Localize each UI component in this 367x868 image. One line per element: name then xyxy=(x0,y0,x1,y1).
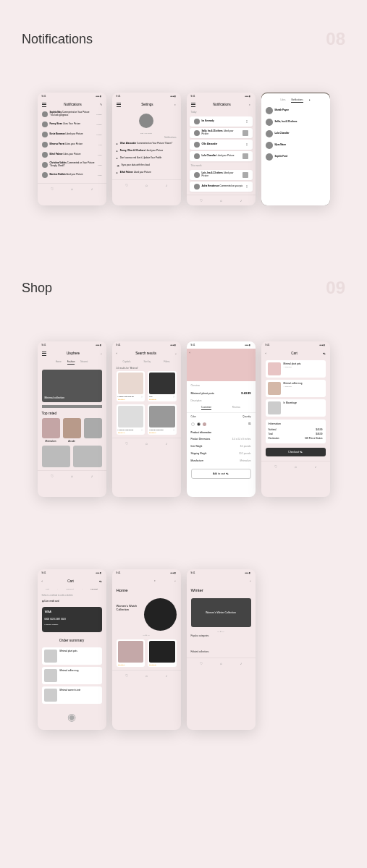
section-title: Notifications xyxy=(22,32,93,47)
summary-item: Minimal women's tote xyxy=(42,686,102,704)
bell-icon[interactable]: ☼ xyxy=(248,103,250,106)
hero-banner[interactable]: Minimal collection xyxy=(42,370,102,402)
filter-sort[interactable]: Sort by xyxy=(144,360,151,363)
notification-item[interactable]: Essie Bowman Liked your Picture8 mins xyxy=(38,129,106,140)
compose-icon[interactable]: ✎ xyxy=(100,103,102,106)
tab-home[interactable]: Home xyxy=(56,360,62,365)
home-hero[interactable]: Women's Watch Collection xyxy=(112,595,181,634)
user-item[interactable]: Mariah Payne xyxy=(261,105,330,116)
tab-newest[interactable]: Newest xyxy=(80,360,88,365)
notification-item[interactable]: Minerva Parret Likes your Picture1 hr xyxy=(38,140,106,150)
use-credit-card-radio[interactable]: ◉ Use credit card xyxy=(38,598,106,604)
profile-avatar[interactable] xyxy=(139,114,153,128)
result-count: 24 results for "Minimal" xyxy=(112,365,181,371)
phone-shop-home: 9:41●●● ▮ Uisphere⌕ HomeFashionNewest Mi… xyxy=(38,341,106,497)
filter-filters[interactable]: Filters xyxy=(164,360,169,363)
tab-notifications[interactable]: Notifications xyxy=(291,98,303,103)
user-item[interactable]: Lula Chandler xyxy=(261,128,330,140)
settings-item[interactable]: ●Olive Alexander Commented on Your Pictu… xyxy=(112,140,181,148)
user-item[interactable]: Myra Mann xyxy=(261,140,330,151)
tab-likes[interactable]: Likes xyxy=(280,98,285,103)
notification-item[interactable]: Sophia May Commented on Your Picture "Yo… xyxy=(38,109,106,119)
screen-title: Notifications xyxy=(46,103,100,106)
color-white[interactable] xyxy=(191,422,195,426)
heart-icon[interactable]: ♡ xyxy=(51,187,54,191)
settings-item[interactable]: ●Ethel Palmer Liked your Picture xyxy=(112,169,181,176)
product-hero-image[interactable]: ‹ xyxy=(187,349,256,381)
search-icon[interactable]: ⌕ xyxy=(250,579,251,582)
watch-image xyxy=(144,598,177,631)
product-card[interactable]: ★★★★★ xyxy=(148,639,177,667)
search-icon[interactable]: ⌕ xyxy=(174,579,176,582)
color-black[interactable] xyxy=(197,422,201,426)
search-icon[interactable]: ⌕ xyxy=(175,352,177,355)
category-item[interactable]: Arcade xyxy=(63,418,81,443)
settings-item[interactable]: ●Fanny, Olive & 33 others Liked your Pic… xyxy=(112,148,181,155)
notification-card[interactable]: Adria Henderson Commented on your pic⋮ xyxy=(190,182,253,192)
bell-icon[interactable]: ☼ xyxy=(153,579,156,582)
notification-card[interactable]: Sally, Ira & 25 others Liked your Pictur… xyxy=(190,128,253,138)
step-cart[interactable]: Cart xyxy=(46,588,49,590)
user-item[interactable]: Sophie Ford xyxy=(261,151,330,163)
winter-heading: Winter xyxy=(187,585,256,595)
tab-customize[interactable]: Customize xyxy=(201,406,211,410)
filter-capitals[interactable]: Capitals xyxy=(123,360,131,363)
notification-item[interactable]: Fanny Siven Likes Your Picture3 mins xyxy=(38,119,106,129)
winter-hero[interactable]: Women's Winter Collection xyxy=(191,598,251,627)
product-card[interactable]: Lilla♡★★★★★ xyxy=(148,371,177,401)
favorite-icon[interactable]: ♡ xyxy=(141,396,143,399)
product-card[interactable]: Hanger with lace 50♡★★★★☆ xyxy=(117,371,145,401)
category-item[interactable] xyxy=(84,418,102,443)
credit-card[interactable]: VISA 0000 9223 2387 0923 Hannah Wheeler xyxy=(42,607,102,632)
checkout-button[interactable]: Checkout 🛍 xyxy=(266,448,326,456)
order-summary-heading: Order summary xyxy=(38,635,106,645)
heart-icon[interactable]: ♡ xyxy=(125,183,128,187)
product-card[interactable]: ★★★★☆ xyxy=(117,639,145,667)
grid-item[interactable] xyxy=(73,446,102,467)
step-checkout[interactable]: Checkout xyxy=(66,588,74,590)
cart-item[interactable]: In Bloombage xyxy=(266,399,326,417)
tab-reviews[interactable]: Reviews xyxy=(232,406,240,410)
search-icon[interactable]: ⌕ xyxy=(101,352,102,355)
back-icon[interactable]: ‹ xyxy=(190,352,190,354)
notification-card[interactable]: Ollie Alexander⋮ xyxy=(190,140,253,150)
cart-item[interactable]: Minimal coffee mug× Remove xyxy=(266,380,326,397)
bell-icon[interactable]: ♪ xyxy=(166,183,168,187)
bell-icon[interactable]: ♪ xyxy=(91,187,93,191)
notification-item[interactable]: Christina Vablos Commented on Your Pictu… xyxy=(38,160,106,170)
product-card[interactable]: Minimal collection♡★★★★☆ xyxy=(148,404,177,435)
bag-icon[interactable]: 🛍 xyxy=(99,580,102,583)
notification-card[interactable]: Lula Chandler Liked your Picture xyxy=(190,151,253,161)
quantity-value[interactable]: 05 xyxy=(248,422,250,426)
add-to-cart-button[interactable]: Add to cart 🛍 xyxy=(191,469,251,479)
settings-item[interactable]: ☁Sync your data with the cloud xyxy=(112,162,181,169)
notification-card[interactable]: Lois, Ina & 23 others Liked your Picture xyxy=(190,170,253,180)
tab-fashion[interactable]: Fashion xyxy=(67,360,75,365)
notification-item[interactable]: Ethel Palmer Likes your Picture2 hrs xyxy=(38,150,106,160)
notification-card[interactable]: Ira Kennedy⋮ xyxy=(190,116,253,127)
color-pink[interactable] xyxy=(203,422,206,426)
step-payment[interactable]: Payment xyxy=(90,588,98,590)
user-item[interactable]: Sallie, Ina & 25 others xyxy=(261,116,330,128)
product-card[interactable]: Minimal sunglasses♡★★★☆☆ xyxy=(117,404,145,435)
phone-winter: 9:41●●● ▮ ⌕ Winter Women's Winter Collec… xyxy=(187,569,256,730)
notification-item[interactable]: Bernice Robbin liked your Picture5 hrs xyxy=(38,170,106,180)
grid-item[interactable] xyxy=(42,446,71,467)
category-item[interactable]: Minimalism xyxy=(42,418,60,443)
fingerprint-icon[interactable]: ◉ xyxy=(64,710,79,724)
remove-button[interactable]: × Remove xyxy=(284,366,324,368)
remove-button[interactable]: × Remove xyxy=(284,386,324,388)
bag-icon[interactable]: 🛍 xyxy=(323,352,326,355)
search-icon[interactable]: ⌕ xyxy=(145,183,148,187)
section-number: 09 xyxy=(326,278,345,298)
phone-settings: 9:41●●● ▮ Settings☼ Edit Your Data Notif… xyxy=(112,93,181,205)
search-icon[interactable]: ⌕ xyxy=(71,187,73,191)
cart-item[interactable]: Minimal plant pots× Remove xyxy=(266,360,326,378)
more-icon[interactable]: ⋮ xyxy=(245,120,248,123)
bell-icon[interactable]: ☼ xyxy=(174,103,176,106)
top-rated-heading: Top rated xyxy=(38,408,106,418)
summary-item: Minimal coffee mug xyxy=(42,667,102,684)
product-title: Minimal plant pots xyxy=(191,391,214,395)
settings-item[interactable]: ●Don't wanna end like it, Update Your Pr… xyxy=(112,155,181,162)
bottom-nav: ♡⌕♪ xyxy=(187,195,256,205)
